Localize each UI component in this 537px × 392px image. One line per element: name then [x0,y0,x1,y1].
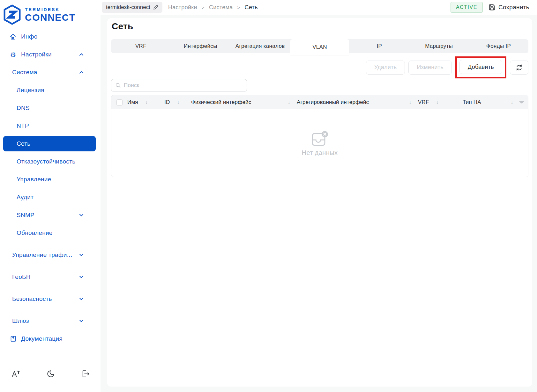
sort-icon[interactable]: ↓ [511,99,513,105]
sidebar-item-gateway[interactable]: Шлюз [0,312,101,330]
sidebar-item-label: DNS [17,105,30,112]
refresh-button[interactable] [510,61,528,75]
sidebar-item-failover[interactable]: Отказоустойчивость [0,153,101,171]
breadcrumb-separator: > [237,5,240,10]
sort-icon[interactable]: ↓ [436,99,439,105]
sidebar-footer [0,363,101,392]
sidebar-item-label: Отказоустойчивость [17,158,75,165]
sidebar-item-update[interactable]: Обновление [0,224,101,242]
main-content: Сеть VRF Интерфейсы Агрегация каналов VL… [107,18,532,387]
sidebar-item-label: Документация [21,335,63,342]
sidebar-item-label: NTP [17,122,29,129]
chevron-down-icon [78,274,85,280]
sidebar-item-label: Управление [17,176,51,183]
tab-vrf[interactable]: VRF [111,39,171,53]
toolbar: Удалить Изменить Добавить [111,56,528,78]
column-header-aggregated-interface: Агрегированный интерфейс [297,99,369,105]
sidebar-item-audit[interactable]: Аудит [0,188,101,206]
topbar: termidesk-connect Настройки > Система > … [101,0,537,15]
sidebar-item-label: Система [12,69,37,76]
divider [3,288,97,288]
tab-link-aggregation[interactable]: Агрегация каналов [230,39,290,53]
tab-routes[interactable]: Маршруты [409,39,469,53]
sidebar-item-traffic[interactable]: Управление трафи... [0,246,101,264]
brand-logo[interactable]: TERMIDESK CONNECT [0,0,101,27]
sort-icon[interactable]: ↓ [145,99,148,105]
sidebar-item-label: Аудит [17,194,34,201]
page-title: Сеть [112,21,528,32]
sidebar-item-label: Обновление [17,229,53,236]
breadcrumb-system[interactable]: Система [209,4,233,11]
column-header-name: Имя [127,99,138,105]
breadcrumb: Настройки > Система > Сеть [168,4,258,11]
annotation-highlight-box: Добавить [455,56,506,78]
hostname-chip[interactable]: termidesk-connect [102,2,162,13]
sidebar-item-label: Инфо [21,33,38,40]
logout-icon[interactable] [81,370,90,378]
column-header-ha-type: Тип HA [463,99,481,105]
tab-ip-pools[interactable]: Фонды IP [469,39,528,53]
search-box [111,79,247,92]
sort-icon[interactable]: ↓ [177,99,180,105]
sidebar-item-label: Настройки [21,51,52,58]
sort-icon[interactable]: ↓ [287,99,290,105]
sort-icon[interactable]: ↓ [409,99,412,105]
sidebar-item-label: ГеоБН [12,273,31,280]
save-button[interactable]: Сохранить [489,4,529,11]
floppy-save-icon [489,4,496,11]
sidebar-item-management[interactable]: Управление [0,171,101,188]
topbar-right: ACTIVE Сохранить [451,2,529,13]
hostname-label: termidesk-connect [106,4,150,11]
status-badge: ACTIVE [451,2,483,13]
brand-name-bottom: CONNECT [25,13,76,22]
sidebar-item-license[interactable]: Лицензия [0,81,101,99]
dark-mode-moon-icon[interactable] [47,370,55,378]
edit-button[interactable]: Изменить [408,61,452,75]
sidebar-item-label: Лицензия [17,87,44,94]
filter-icon[interactable] [518,99,525,105]
table-header: Имя ↓ ID ↓ Физический интерфейс ↓ Агреги… [111,95,528,109]
empty-state-label: Нет данных [302,149,338,156]
sidebar-item-label: Шлюз [12,317,29,324]
column-header-physical-interface: Физический интерфейс [191,99,251,105]
brand-name-top: TERMIDESK [25,7,76,12]
empty-state: Нет данных [302,131,338,156]
sidebar-item-dns[interactable]: DNS [0,99,101,117]
sidebar-item-label: SNMP [17,212,34,219]
sidebar-item-documentation[interactable]: Документация [0,330,101,348]
breadcrumb-network: Сеть [245,4,258,11]
column-header-id: ID [164,99,170,105]
tab-bar: VRF Интерфейсы Агрегация каналов VLAN IP… [111,39,528,53]
divider [3,244,97,244]
edit-pencil-icon[interactable] [153,5,158,10]
divider [3,310,97,310]
sidebar-item-network[interactable]: Сеть [3,136,96,151]
sidebar-item-label: Сеть [17,140,30,147]
sidebar-item-geobn[interactable]: ГеоБН [0,268,101,286]
font-size-icon[interactable] [11,369,20,378]
sidebar-item-system[interactable]: Система [0,63,101,81]
search-input[interactable] [124,82,243,89]
chevron-down-icon [78,296,85,302]
select-all-checkbox[interactable] [116,99,123,105]
table-body: Нет данных [111,109,528,177]
add-button[interactable]: Добавить [459,60,502,74]
tab-ip[interactable]: IP [349,39,409,53]
sidebar-item-info[interactable]: Инфо [0,28,101,46]
sidebar-nav: Инфо ⚙ Настройки Система Лицензия DNS NT… [0,27,101,363]
sidebar-item-security[interactable]: Безопасность [0,290,101,308]
tab-interfaces[interactable]: Интерфейсы [171,39,230,53]
chevron-up-icon [78,69,85,76]
sidebar-item-settings[interactable]: ⚙ Настройки [0,46,101,63]
sidebar-item-snmp[interactable]: SNMP [0,206,101,224]
delete-button[interactable]: Удалить [366,61,405,75]
breadcrumb-settings[interactable]: Настройки [168,4,197,11]
chevron-up-icon [78,51,85,58]
chevron-down-icon [78,212,85,218]
sidebar-item-ntp[interactable]: NTP [0,117,101,135]
tab-vlan[interactable]: VLAN [290,39,350,55]
divider [3,266,97,266]
sidebar-item-label: Безопасность [12,295,52,302]
save-button-label: Сохранить [498,4,529,11]
book-icon [10,335,17,342]
